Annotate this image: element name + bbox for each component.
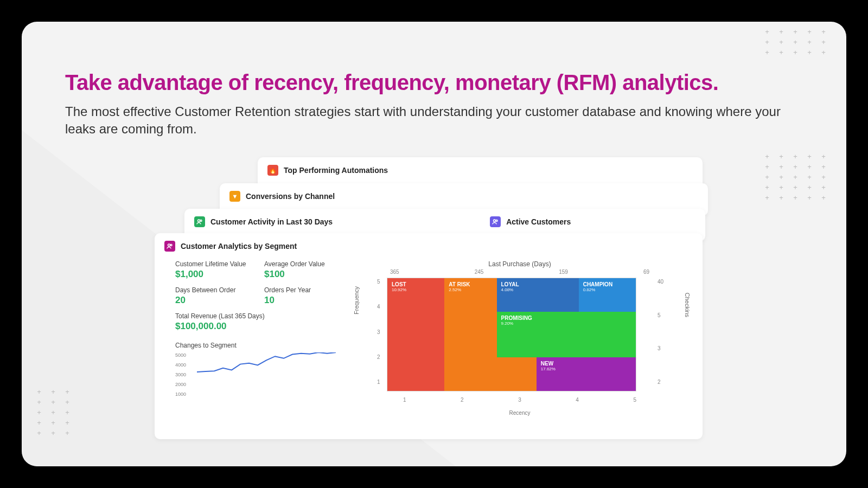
y-right-ticks: 23540 bbox=[658, 279, 663, 385]
y-tick: 4000 bbox=[175, 362, 186, 368]
card-b-title: Conversions by Channel bbox=[246, 192, 335, 201]
marketing-frame: +++++ +++++ +++++ +++++ +++++ +++++ ++++… bbox=[22, 22, 846, 466]
heatmap-title: Last Purchase (Days) bbox=[365, 260, 674, 268]
heatmap-grid: LOST10.92%AT RISK2.52%LOYAL4.08%CHAMPION… bbox=[387, 278, 636, 391]
card-stack: 🔥 Top Performing Automations ▼ Conversio… bbox=[155, 157, 703, 439]
kpi-value: $1,000 bbox=[175, 269, 254, 280]
kpi-panel: Customer Lifetime Value $1,000 Average O… bbox=[175, 260, 343, 407]
kpi-aov: Average Order Value $100 bbox=[264, 260, 343, 280]
sparkline-svg bbox=[196, 352, 337, 396]
kpi-opy: Orders Per Year 10 bbox=[264, 286, 343, 306]
kpi-label: Orders Per Year bbox=[264, 286, 343, 294]
svg-point-3 bbox=[496, 220, 497, 222]
kpi-value: 10 bbox=[264, 295, 343, 306]
y-axis-right-label: Checkins bbox=[684, 293, 691, 317]
card-d-title: Customer Analytics by Segment bbox=[181, 242, 297, 251]
decor-plus-top: +++++ +++++ +++++ bbox=[762, 28, 829, 56]
kpi-value: 20 bbox=[175, 295, 254, 306]
card-c-title-left: Customer Activity in Last 30 Days bbox=[210, 217, 333, 226]
svg-point-4 bbox=[168, 244, 170, 246]
kpi-clv: Customer Lifetime Value $1,000 bbox=[175, 260, 254, 280]
kpi-label: Total Revenue (Last 365 Days) bbox=[175, 312, 343, 320]
segment-lost[interactable]: LOST10.92% bbox=[387, 278, 444, 391]
y-tick: 1000 bbox=[175, 391, 186, 397]
card-c-title-right: Active Customers bbox=[506, 217, 571, 226]
kpi-label: Days Between Order bbox=[175, 286, 254, 294]
x-top-ticks: 36524515969 bbox=[387, 269, 653, 275]
card-analytics: Customer Analytics by Segment Customer L… bbox=[155, 233, 703, 439]
sparkline-chart: 5000 4000 3000 2000 1000 bbox=[175, 352, 343, 407]
kpi-value: $100 bbox=[264, 269, 343, 280]
y-left-ticks: 12345 bbox=[377, 279, 380, 385]
headline: Take advantage of recency, frequency, mo… bbox=[65, 70, 718, 95]
card-a-title: Top Performing Automations bbox=[284, 166, 388, 175]
flame-icon: 🔥 bbox=[267, 165, 278, 176]
y-tick: 3000 bbox=[175, 372, 186, 377]
svg-point-0 bbox=[198, 220, 200, 222]
segment-promising[interactable]: PROMISING9.20% bbox=[497, 312, 636, 357]
users-icon bbox=[164, 241, 175, 252]
funnel-icon: ▼ bbox=[229, 191, 240, 202]
kpi-value: $100,000.00 bbox=[175, 321, 343, 332]
svg-point-2 bbox=[494, 220, 496, 222]
users-icon bbox=[194, 216, 205, 227]
segment-loyal[interactable]: LOYAL4.08% bbox=[497, 278, 579, 312]
svg-point-1 bbox=[200, 220, 202, 222]
segment-at risk[interactable]: AT RISK2.52% bbox=[444, 278, 496, 391]
kpi-dbo: Days Between Order 20 bbox=[175, 286, 254, 306]
users-icon bbox=[490, 216, 501, 227]
kpi-label: Customer Lifetime Value bbox=[175, 260, 254, 268]
changes-label: Changes to Segment bbox=[175, 342, 343, 349]
segment-champion[interactable]: CHAMPION0.82% bbox=[579, 278, 636, 312]
y-tick: 5000 bbox=[175, 352, 186, 358]
kpi-label: Average Order Value bbox=[264, 260, 343, 268]
segment-new[interactable]: NEW17.62% bbox=[537, 357, 636, 391]
subheadline: The most effective Customer Retention st… bbox=[65, 103, 792, 138]
rfm-heatmap: Last Purchase (Days) Frequency Checkins … bbox=[365, 260, 674, 407]
y-axis-left-label: Frequency bbox=[353, 286, 360, 314]
decor-plus-right: +++++ +++++ +++++ +++++ +++++ bbox=[762, 153, 829, 201]
svg-point-5 bbox=[170, 245, 172, 246]
y-tick: 2000 bbox=[175, 382, 186, 387]
segment-fill[interactable] bbox=[497, 357, 537, 391]
kpi-trev: Total Revenue (Last 365 Days) $100,000.0… bbox=[175, 312, 343, 332]
